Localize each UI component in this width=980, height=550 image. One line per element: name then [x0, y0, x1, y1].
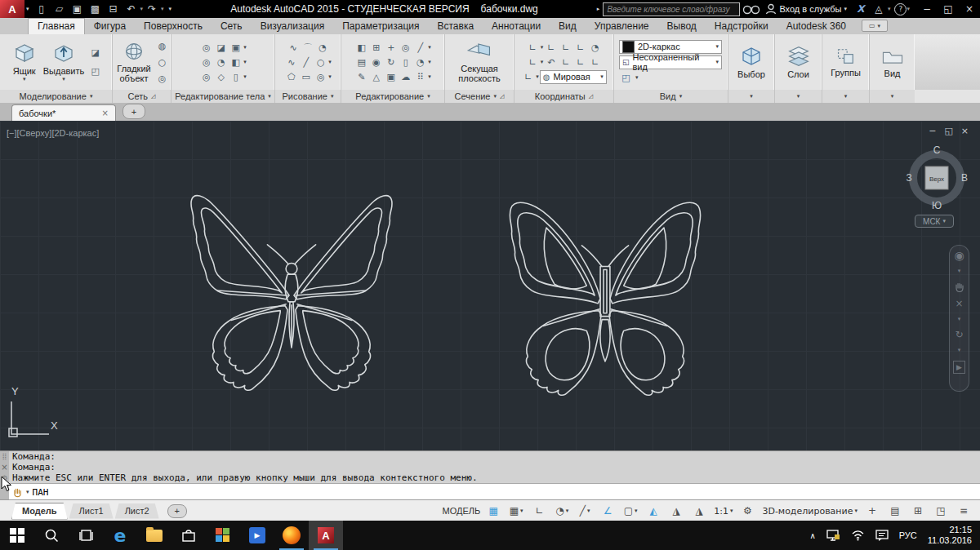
taper-face-icon[interactable]: ◇ [214, 70, 228, 84]
units-icon[interactable]: ▤ [885, 503, 905, 519]
layout2-tab[interactable]: Лист2 [115, 503, 159, 519]
shell-icon[interactable]: ◧ [229, 55, 243, 69]
box-button[interactable]: Ящик ▾ [10, 36, 39, 88]
grid-display-icon[interactable]: ▦ [483, 503, 503, 519]
ucs-arrow-icon[interactable]: ▾ [541, 44, 544, 51]
smooth-object-button[interactable]: Гладкий объект [114, 36, 154, 88]
modify-row2-arrow-icon[interactable]: ▾ [428, 59, 431, 65]
offset-icon[interactable]: ▣ [384, 70, 398, 84]
draw-row2-arrow-icon[interactable]: ▾ [328, 59, 332, 65]
layers-button[interactable]: Слои [784, 36, 813, 88]
zoom-arrow-icon[interactable]: ▾ [958, 314, 961, 324]
rectangle-icon[interactable]: ▭ [299, 70, 313, 84]
align-icon[interactable]: ◉ [369, 55, 383, 69]
taskbar-search-button[interactable] [34, 521, 69, 550]
tab-a360[interactable]: Autodesk 360 [777, 19, 855, 34]
ucs-icon[interactable]: ∟ [526, 41, 540, 55]
fillet-icon[interactable]: ◔ [413, 55, 427, 69]
workspace-gear-icon[interactable]: ⚙ [737, 503, 757, 519]
panel-name-draw[interactable]: Рисование▾ [275, 90, 341, 103]
solid-row2-arrow-icon[interactable]: ▾ [243, 59, 247, 65]
taskbar-firefox-button[interactable] [274, 521, 309, 550]
ucs-x-icon[interactable]: ∟ [526, 55, 540, 69]
ucs-combo[interactable]: ◍ Мировая ▾ [540, 70, 607, 84]
save-as-icon[interactable]: ▩ [87, 2, 105, 16]
butterfly-drawing-right[interactable] [488, 176, 722, 415]
help-search-input[interactable]: Введите ключевое слово/фразу [603, 2, 740, 16]
taskbar-explorer-button[interactable] [137, 521, 172, 550]
modify-row3-arrow-icon[interactable]: ▾ [428, 73, 431, 80]
model-tab[interactable]: Модель [11, 503, 68, 520]
isodraft-icon[interactable]: ╱▾ [575, 503, 595, 519]
ucs-world-arrow-icon[interactable]: ▾ [536, 73, 539, 80]
tab-addins[interactable]: Надстройки [706, 19, 777, 34]
view2-button[interactable]: Вид [878, 36, 907, 88]
command-history[interactable]: Команда: Команда: Нажмите ESC или ENTER … [9, 451, 980, 500]
section-plane-button[interactable]: Секущая плоскость [447, 36, 512, 88]
panel-name-solid-editing[interactable]: Редактирование тела▾ [172, 90, 274, 103]
panel-name-modeling[interactable]: Моделирование▾ [0, 90, 112, 103]
compass-north-label[interactable]: С [933, 144, 941, 156]
viewport-controls-label[interactable]: [−][Сверху][2D-каркас] [7, 128, 99, 138]
tab-annotate[interactable]: Аннотации [483, 19, 550, 34]
panel-name-modify[interactable]: Редактирование▾ [341, 90, 444, 103]
copy-icon[interactable]: ▤ [354, 55, 368, 69]
tab-parametric[interactable]: Параметризация [333, 19, 428, 34]
quick-properties-icon[interactable]: ⊞ [908, 503, 928, 519]
mirror3d-icon[interactable]: ◧ [354, 41, 368, 55]
compass-south-label[interactable]: Ю [932, 200, 942, 211]
taskbar-edge-button[interactable]: e [103, 521, 137, 550]
drawing-area[interactable]: [−][Сверху][2D-каркас] − ◱ × Верх С В Ю … [0, 121, 980, 450]
view-cube[interactable]: Верх С В Ю З [904, 140, 969, 211]
annotation-scale-value[interactable]: 1:1▾ [712, 503, 734, 519]
pan-hand-icon[interactable] [954, 282, 965, 293]
array-icon[interactable]: ⠿ [413, 70, 427, 84]
redo-icon[interactable]: ↷ [143, 2, 161, 16]
tab-view[interactable]: Вид [550, 19, 586, 34]
file-tab-close-icon[interactable]: × [102, 109, 109, 118]
start-button[interactable] [0, 521, 34, 550]
tab-output[interactable]: Вывод [658, 19, 706, 34]
snap-mode-icon[interactable]: ▦▾ [506, 503, 526, 519]
drawing-close-button[interactable]: × [961, 126, 969, 136]
task-view-button[interactable] [69, 521, 103, 550]
annotation-scale-icon[interactable]: ◮ [689, 503, 709, 519]
circle-icon[interactable]: ○ [314, 55, 327, 69]
annotation-monitor-icon[interactable]: + [862, 503, 882, 519]
new-drawing-tab-button[interactable]: + [122, 104, 145, 119]
ucs-3point-icon[interactable]: ∟ [588, 55, 602, 69]
panel-name-section[interactable]: Сечение▾◿ [445, 90, 514, 103]
tab-manage[interactable]: Управление [586, 19, 658, 34]
taskbar-photos-button[interactable] [206, 521, 240, 550]
solid-subtract-icon[interactable]: ◪ [214, 41, 228, 55]
ucs-view-icon[interactable]: ∟ [573, 41, 587, 55]
tab-solid[interactable]: Фигура [85, 19, 135, 34]
ucs-previous-icon[interactable]: ↶ [544, 55, 558, 69]
view-cube-small-icon[interactable]: ◰ [619, 71, 633, 85]
taskbar-store-button[interactable] [172, 521, 206, 550]
signin-label[interactable]: Вход в службы [779, 4, 841, 14]
file-tab-babochki[interactable]: бабочки* × [11, 104, 116, 121]
tab-insert[interactable]: Вставка [429, 19, 483, 34]
modify-row1-arrow-icon[interactable]: ▾ [428, 44, 431, 51]
plot-icon[interactable]: ⊟ [105, 2, 122, 16]
revision-cloud-icon[interactable]: ☁ [399, 70, 412, 84]
panel-name-selection[interactable]: ▾ [728, 90, 774, 103]
arc-icon[interactable]: ◔ [316, 41, 330, 55]
panel-name-view[interactable]: Вид▾ [614, 90, 728, 103]
ucs-origin-icon[interactable]: ◔ [588, 41, 602, 55]
panel-name-groups[interactable]: ▾ [822, 90, 869, 103]
signin-arrow-icon[interactable]: ▾ [844, 6, 847, 12]
window-minimize-button[interactable]: − [916, 2, 938, 16]
show-motion-icon[interactable]: ▶ [953, 361, 965, 374]
ucs-world-icon[interactable]: ∟ [521, 70, 535, 84]
exchange-apps-icon[interactable]: X [852, 2, 870, 16]
zoom-tool-icon[interactable]: × [955, 299, 963, 308]
search-expand-arrow-icon[interactable]: ▸ [597, 6, 600, 12]
ribbon-collapse-button[interactable]: ▭▾ [862, 20, 888, 32]
ucs-x-arrow-icon[interactable]: ▾ [541, 59, 544, 65]
command-input[interactable]: ▾ ПАН [9, 483, 980, 500]
fillet-edge-icon[interactable]: ◔ [214, 55, 228, 69]
compass-west-label[interactable]: З [906, 172, 911, 184]
drawing-minimize-button[interactable]: − [929, 126, 936, 136]
